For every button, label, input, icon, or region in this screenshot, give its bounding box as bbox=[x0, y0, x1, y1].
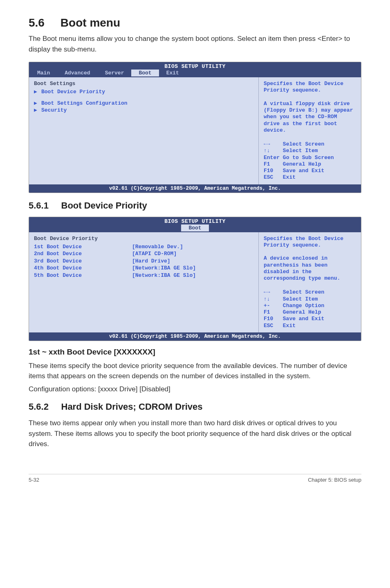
nav-label: General Help bbox=[283, 309, 321, 315]
bios-title: BIOS SETUP UTILITY bbox=[29, 217, 361, 224]
boot-device-value: [Network:IBA GE Slo] bbox=[132, 272, 196, 279]
bios-item-label: Security bbox=[41, 107, 67, 113]
page-number: 5-32 bbox=[29, 477, 39, 483]
option-heading: 1st ~ xxth Boot Device [XXXXXXX] bbox=[29, 348, 361, 357]
boot-device-2[interactable]: 2nd Boot Device [ATAPI CD-ROM] bbox=[34, 250, 253, 258]
bios-tab-main[interactable]: Main bbox=[30, 70, 57, 76]
nav-label: Change Option bbox=[283, 303, 324, 309]
bios-item-label: Boot Settings Configuration bbox=[41, 100, 128, 106]
boot-device-label: 2nd Boot Device bbox=[34, 250, 132, 258]
boot-device-value: [ATAPI CD-ROM] bbox=[132, 250, 177, 258]
nav-select-screen: ←→ Select Screen bbox=[264, 141, 356, 148]
option-description: These items specify the boot device prio… bbox=[29, 361, 361, 382]
nav-esc: ESC Exit bbox=[264, 174, 356, 181]
subsection-number: 5.6.1 bbox=[29, 200, 49, 211]
bios-item-label: Boot Device Priority bbox=[41, 89, 105, 95]
nav-change-option: +- Change Option bbox=[264, 303, 356, 309]
nav-key: Enter bbox=[264, 155, 280, 161]
submenu-arrow-icon: ▶ bbox=[34, 100, 37, 107]
submenu-arrow-icon: ▶ bbox=[34, 107, 37, 114]
submenu-arrow-icon: ▶ bbox=[34, 88, 37, 96]
boot-device-5[interactable]: 5th Boot Device [Network:IBA GE Slo] bbox=[34, 272, 253, 279]
nav-key: ↑↓ bbox=[264, 148, 270, 154]
bios-right-pane: Specifies the Boot Device Priority seque… bbox=[259, 232, 361, 332]
nav-select-screen: ←→ Select Screen bbox=[264, 289, 356, 296]
nav-label: Select Item bbox=[283, 296, 318, 302]
subsection-number: 5.6.2 bbox=[29, 402, 49, 412]
subsection-heading: 5.6.1 Boot Device Priority bbox=[29, 200, 361, 211]
boot-device-label: 3rd Boot Device bbox=[34, 258, 132, 265]
nav-key: F10 bbox=[264, 168, 273, 174]
bios-copyright: v02.61 (C)Copyright 1985-2009, American … bbox=[29, 184, 361, 193]
subsection-title: Boot Device Priority bbox=[61, 200, 147, 211]
nav-key: ESC bbox=[264, 323, 273, 329]
nav-f10: F10 Save and Exit bbox=[264, 168, 356, 174]
bios-nav-block: ←→ Select Screen ↑↓ Select Item +- Chang… bbox=[264, 289, 356, 329]
bios-tab-server[interactable]: Server bbox=[98, 70, 132, 76]
nav-key: +- bbox=[264, 303, 270, 309]
nav-key: F10 bbox=[264, 316, 273, 322]
spacer bbox=[34, 96, 253, 100]
bios-help-text: Specifies the Boot Device Priority seque… bbox=[264, 81, 356, 134]
boot-device-1[interactable]: 1st Boot Device [Removable Dev.] bbox=[34, 243, 253, 251]
nav-label: Exit bbox=[283, 323, 296, 329]
bios-heading: Boot Settings bbox=[34, 81, 253, 87]
bios-item-boot-settings-config[interactable]: ▶ Boot Settings Configuration bbox=[34, 100, 253, 107]
section-number: 5.6 bbox=[29, 16, 45, 29]
page-footer: 5-32 Chapter 5: BIOS setup bbox=[29, 474, 361, 483]
bios-screen-boot-settings: BIOS SETUP UTILITY Main Advanced Server … bbox=[29, 62, 361, 193]
section-intro: The Boot menu items allow you to change … bbox=[29, 34, 361, 54]
bios-help-text: Specifies the Boot Device Priority seque… bbox=[264, 236, 356, 282]
nav-key: F1 bbox=[264, 309, 270, 315]
bios-copyright: v02.61 (C)Copyright 1985-2009, American … bbox=[29, 332, 361, 341]
boot-device-label: 4th Boot Device bbox=[34, 265, 132, 272]
bios-left-pane: Boot Settings ▶ Boot Device Priority ▶ B… bbox=[29, 77, 259, 184]
nav-label: General Help bbox=[283, 161, 321, 167]
bios-tab-boot[interactable]: Boot bbox=[181, 224, 208, 231]
nav-label: Go to Sub Screen bbox=[283, 155, 334, 161]
nav-key: ←→ bbox=[264, 141, 270, 147]
bios-nav-block: ←→ Select Screen ↑↓ Select Item Enter Go… bbox=[264, 141, 356, 181]
bios-tabs: Boot bbox=[29, 224, 361, 232]
nav-key: ↑↓ bbox=[264, 296, 270, 302]
nav-esc: ESC Exit bbox=[264, 323, 356, 329]
nav-enter: Enter Go to Sub Screen bbox=[264, 155, 356, 161]
bios-tab-exit[interactable]: Exit bbox=[159, 70, 186, 76]
bios-tab-boot[interactable]: Boot bbox=[131, 70, 159, 76]
bios-body: Boot Settings ▶ Boot Device Priority ▶ B… bbox=[29, 77, 361, 184]
boot-device-value: [Network:IBA GE Slo] bbox=[132, 265, 196, 272]
section-heading: 5.6 Boot menu bbox=[29, 16, 361, 29]
subsection-heading: 5.6.2 Hard Disk Drives; CDROM Drives bbox=[29, 402, 361, 412]
boot-device-value: [Hard Drive] bbox=[132, 258, 170, 265]
bios-tabs: Main Advanced Server Boot Exit bbox=[29, 70, 361, 77]
boot-device-label: 1st Boot Device bbox=[34, 243, 132, 251]
bios-item-boot-device-priority[interactable]: ▶ Boot Device Priority bbox=[34, 88, 253, 96]
bios-left-pane: Boot Device Priority 1st Boot Device [Re… bbox=[29, 232, 259, 332]
chapter-label: Chapter 5: BIOS setup bbox=[308, 477, 361, 483]
nav-key: F1 bbox=[264, 161, 270, 167]
nav-label: Exit bbox=[283, 174, 296, 180]
nav-label: Select Item bbox=[283, 148, 318, 154]
nav-label: Save and Exit bbox=[283, 168, 324, 174]
bios-item-security[interactable]: ▶ Security bbox=[34, 107, 253, 114]
subsection-body: These two items appear only when you ins… bbox=[29, 418, 361, 449]
bios-tab-advanced[interactable]: Advanced bbox=[57, 70, 97, 76]
boot-device-label: 5th Boot Device bbox=[34, 272, 132, 279]
nav-select-item: ↑↓ Select Item bbox=[264, 296, 356, 303]
bios-title: BIOS SETUP UTILITY bbox=[29, 62, 361, 70]
nav-f1: F1 General Help bbox=[264, 309, 356, 316]
bios-screen-boot-device-priority: BIOS SETUP UTILITY Boot Boot Device Prio… bbox=[29, 217, 361, 341]
nav-select-item: ↑↓ Select Item bbox=[264, 148, 356, 154]
nav-key: ←→ bbox=[264, 289, 270, 295]
boot-device-3[interactable]: 3rd Boot Device [Hard Drive] bbox=[34, 258, 253, 265]
option-config: Configuration options: [xxxxx Drive] [Di… bbox=[29, 384, 361, 395]
nav-f1: F1 General Help bbox=[264, 161, 356, 168]
nav-label: Save and Exit bbox=[283, 316, 324, 322]
nav-key: ESC bbox=[264, 174, 273, 180]
boot-device-value: [Removable Dev.] bbox=[132, 243, 183, 251]
bios-right-pane: Specifies the Boot Device Priority seque… bbox=[259, 77, 361, 184]
nav-label: Select Screen bbox=[283, 141, 324, 147]
nav-label: Select Screen bbox=[283, 289, 324, 295]
nav-f10: F10 Save and Exit bbox=[264, 316, 356, 322]
boot-device-4[interactable]: 4th Boot Device [Network:IBA GE Slo] bbox=[34, 265, 253, 272]
